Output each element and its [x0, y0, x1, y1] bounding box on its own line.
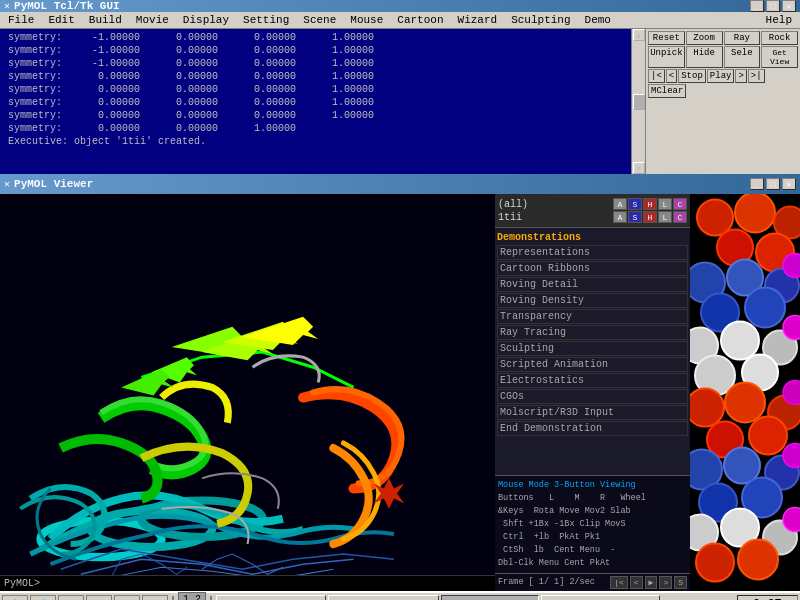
play-button[interactable]: Play — [707, 69, 735, 83]
demo-scripted-animation[interactable]: Scripted Animation — [497, 357, 688, 372]
frame-play[interactable]: ▶ — [645, 576, 658, 589]
frame-ff[interactable]: S — [674, 576, 687, 589]
viewer-close-button[interactable]: ✕ — [782, 178, 796, 190]
page-1-2[interactable]: 1 2 — [178, 592, 206, 600]
objects-panel: (all) A S H L C 1tii A — [495, 194, 690, 228]
object-controls-all: A S H L C — [613, 198, 687, 210]
demo-representations[interactable]: Representations — [497, 245, 688, 260]
unpick-button[interactable]: Unpick — [648, 46, 685, 68]
mouse-buttons-label: Buttons L M R Wheel — [498, 492, 687, 505]
mclear-button[interactable]: MClear — [648, 84, 686, 98]
all-btn-a[interactable]: A — [613, 198, 627, 210]
menu-cartoon[interactable]: Cartoon — [391, 12, 449, 28]
next-button[interactable]: > — [735, 69, 746, 83]
demo-transparency[interactable]: Transparency — [497, 309, 688, 324]
tii-btn-a[interactable]: A — [613, 211, 627, 223]
frame-info: Frame [ 1/ 1] 2/sec |< < ▶ > S — [495, 573, 690, 591]
fastforward-button[interactable]: >| — [748, 69, 765, 83]
menu-edit[interactable]: Edit — [42, 12, 80, 28]
main-title: PyMOL Tcl/Tk GUI — [14, 0, 120, 12]
viewer-maximize-button[interactable]: □ — [766, 178, 780, 190]
close-button[interactable]: ✕ — [782, 0, 796, 12]
icon-files[interactable]: 📂 — [58, 595, 84, 600]
prompt-text: PyMOL> — [4, 578, 40, 589]
demo-end[interactable]: End Demonstration — [497, 421, 688, 436]
taskbar-app-file[interactable]: 📄 file:/usr/local... — [216, 595, 326, 600]
demo-electrostatics[interactable]: Electrostatics — [497, 373, 688, 388]
tii-btn-l[interactable]: L — [658, 211, 672, 223]
tii-btn-s[interactable]: S — [628, 211, 642, 223]
icon-terminal[interactable]: 🐧 — [2, 595, 28, 600]
menu-mouse[interactable]: Mouse — [344, 12, 389, 28]
reset-button[interactable]: Reset — [648, 31, 685, 45]
svg-point-41 — [783, 253, 800, 277]
menu-file[interactable]: File — [2, 12, 40, 28]
svg-point-42 — [783, 315, 800, 339]
frame-prev[interactable]: < — [630, 576, 643, 589]
get-view-button[interactable]: Get View — [761, 46, 798, 68]
frame-rewind[interactable]: |< — [610, 576, 628, 589]
minimize-button[interactable]: _ — [750, 0, 764, 12]
demo-cgos[interactable]: CGOs — [497, 389, 688, 404]
ray-button[interactable]: Ray — [724, 31, 761, 45]
menu-build[interactable]: Build — [83, 12, 128, 28]
tii-btn-h[interactable]: H — [643, 211, 657, 223]
icon-browser[interactable]: 🌐 — [30, 595, 56, 600]
tii-btn-c[interactable]: C — [673, 211, 687, 223]
viewer-minimize-button[interactable]: _ — [750, 178, 764, 190]
all-btn-s[interactable]: S — [628, 198, 642, 210]
menu-sculpting[interactable]: Sculpting — [505, 12, 576, 28]
mouse-shft-label: Shft +1Bx -1Bx Clip MovS — [498, 518, 687, 531]
mol-svg — [0, 194, 495, 591]
mouse-ctrl-label: Ctrl +lb PkAt Pk1 — [498, 531, 687, 544]
rock-button[interactable]: Rock — [761, 31, 798, 45]
console-line-7: symmetry: 0.00000 0.00000 0.00000 1.0000… — [2, 109, 643, 122]
sele-button[interactable]: Sele — [724, 46, 761, 68]
stop-button[interactable]: Stop — [678, 69, 706, 83]
icon-display[interactable]: 🖥 — [114, 595, 140, 600]
demo-roving-density[interactable]: Roving Density — [497, 293, 688, 308]
demo-molscript[interactable]: Molscript/R3D Input — [497, 405, 688, 420]
demo-roving-detail[interactable]: Roving Detail — [497, 277, 688, 292]
svg-point-26 — [690, 388, 724, 426]
menu-demo[interactable]: Demo — [579, 12, 617, 28]
icon-settings[interactable]: ⚙ — [86, 595, 112, 600]
hide-button[interactable]: Hide — [686, 46, 723, 68]
svg-point-40 — [738, 539, 778, 579]
menu-display[interactable]: Display — [177, 12, 235, 28]
icon-network[interactable]: 🔌 — [142, 595, 168, 600]
right-controls-panel: Reset Zoom Ray Rock Unpick Hide Sele Get… — [645, 29, 800, 174]
zoom-button[interactable]: Zoom — [686, 31, 723, 45]
demo-cartoon-ribbons[interactable]: Cartoon Ribbons — [497, 261, 688, 276]
taskbar-clock: 9:27 10/21/04 — [737, 595, 798, 600]
mouse-mode-label: Mouse Mode 3-Button Viewing — [498, 479, 687, 492]
svg-point-12 — [735, 194, 775, 232]
demo-sculpting[interactable]: Sculpting — [497, 341, 688, 356]
frame-next[interactable]: > — [659, 576, 672, 589]
object-name-all: (all) — [498, 199, 528, 210]
menu-help[interactable]: Help — [760, 12, 798, 28]
console-scrollbar[interactable]: ▲ ▼ — [631, 29, 645, 174]
taskbar-app-shell[interactable]: 🖥 Shell - konsole — [328, 595, 439, 600]
rewind-button[interactable]: |< — [648, 69, 665, 83]
taskbar-app-pymol-gui[interactable]: 🔬 PyMOL Tcl/Tk GUI — [541, 595, 660, 600]
object-controls-1tii: A S H L C — [613, 211, 687, 223]
console-line-2: symmetry: -1.00000 0.00000 0.00000 1.000… — [2, 44, 643, 57]
svg-point-30 — [749, 416, 787, 454]
prev-button[interactable]: < — [666, 69, 677, 83]
menu-movie[interactable]: Movie — [130, 12, 175, 28]
quick-launch: 🐧 🌐 📂 ⚙ 🖥 🔌 — [2, 595, 168, 600]
menu-wizard[interactable]: Wizard — [452, 12, 504, 28]
all-btn-c[interactable]: C — [673, 198, 687, 210]
molecular-viewer[interactable]: PyMOL> — [0, 194, 495, 591]
maximize-button[interactable]: □ — [766, 0, 780, 12]
all-btn-l[interactable]: L — [658, 198, 672, 210]
demo-ray-tracing[interactable]: Ray Tracing — [497, 325, 688, 340]
menu-scene[interactable]: Scene — [297, 12, 342, 28]
taskbar-app-pymol-viewer[interactable]: 🔬 PyMOL Viewer — [441, 595, 539, 600]
all-btn-h[interactable]: H — [643, 198, 657, 210]
svg-point-44 — [783, 443, 800, 467]
menu-setting[interactable]: Setting — [237, 12, 295, 28]
page-numbers: 1 2 3 4 — [178, 592, 206, 600]
demos-header: Demonstrations — [497, 232, 688, 243]
